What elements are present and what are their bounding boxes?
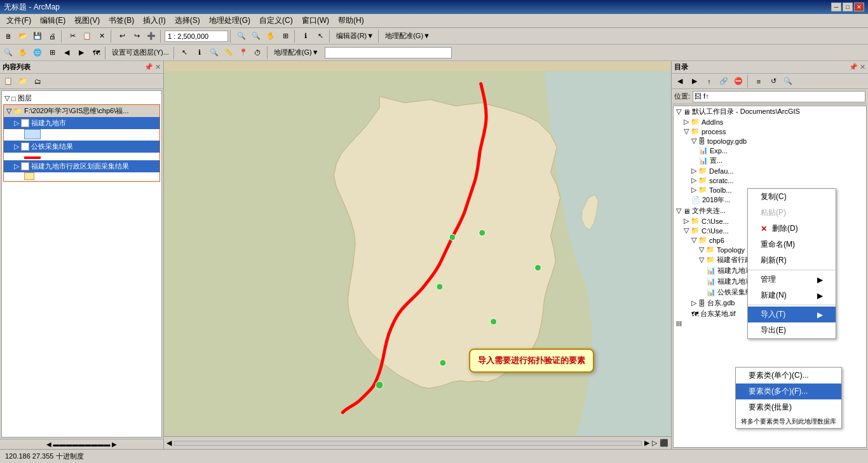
cat-set[interactable]: 📊 置... (674, 155, 866, 166)
menu-bookmark[interactable]: 书签(B) (105, 14, 138, 27)
ctx-import[interactable]: 导入(T) ▶ (748, 307, 836, 322)
import-batch[interactable]: 要素类(批量) (736, 399, 841, 415)
cat-expand-default[interactable]: ▽ (676, 107, 681, 116)
cat-expand-scratch[interactable]: ▷ (691, 176, 696, 184)
copy-button[interactable]: 📋 (80, 29, 94, 43)
expand-l1[interactable]: ▷ (14, 119, 19, 127)
cat-up[interactable]: ↑ (702, 74, 716, 88)
undo-button[interactable]: ↩ (115, 29, 129, 43)
cat-exp[interactable]: 📊 Exp... (674, 146, 866, 155)
layer-item-2[interactable]: ▷ 公铁采集结果 (4, 141, 159, 153)
cat-expand-addins[interactable]: ▷ (684, 118, 689, 126)
pan-button[interactable]: ✋ (264, 29, 278, 43)
map-bottom-btn2[interactable]: ▶ (644, 439, 649, 447)
cat-expand-toolb[interactable]: ▷ (691, 186, 696, 194)
menu-window[interactable]: 窗口(W) (298, 14, 333, 27)
lp-btn3[interactable]: 🗂 (31, 74, 44, 88)
expand-l2[interactable]: ▷ (14, 142, 19, 151)
search-tool[interactable]: 🔍 (207, 46, 221, 60)
tb2-btn6[interactable]: ▶ (74, 46, 88, 60)
full-extent-button[interactable]: ⊞ (278, 29, 292, 43)
geo-match-input[interactable] (325, 47, 452, 59)
cat-search[interactable]: 🔍 (781, 74, 795, 88)
maximize-button[interactable]: □ (843, 3, 853, 11)
expand-layers[interactable]: ▽ (4, 94, 10, 102)
ctx-refresh[interactable]: 刷新(R) (748, 252, 836, 268)
set-selectable-label[interactable]: 设置可选图层(Y)... (109, 48, 172, 57)
cat-default-dir[interactable]: ▽ 🖥 默认工作目录 - Documents\ArcGIS (674, 106, 866, 117)
import-multiple[interactable]: 要素类(多个)(F)... (736, 384, 841, 399)
menu-file[interactable]: 文件(F) (3, 14, 35, 27)
cat-default[interactable]: ▷ 📁 Defau... (674, 166, 866, 176)
lp-btn1[interactable]: 📋 (1, 74, 15, 88)
cat-addins[interactable]: ▷ 📁 AddIns (674, 117, 866, 127)
map-area[interactable]: 要素类(单个)(C)... 要素类(多个)(F)... 要素类(批量) 将多个要… (164, 61, 671, 449)
left-panel-pin[interactable]: 📌 ✕ (144, 63, 161, 71)
menu-geoprocessing[interactable]: 地理处理(G) (205, 14, 254, 27)
cat-expand-taitung[interactable]: ▷ (691, 299, 696, 307)
editor-label[interactable]: 编辑器(R)▼ (334, 31, 376, 41)
cat-expand-cuse1[interactable]: ▷ (684, 217, 689, 225)
tb2-btn1[interactable]: 🔍 (1, 46, 15, 60)
cat-connect[interactable]: 🔗 (717, 74, 731, 88)
cat-forward[interactable]: ▶ (688, 74, 702, 88)
tb2-btn2[interactable]: ✋ (16, 46, 30, 60)
zoom-out-button[interactable]: 🔍 (249, 29, 263, 43)
cat-expand-fujian[interactable]: ▽ (699, 256, 704, 264)
cat-scratch[interactable]: ▷ 📁 scratc... (674, 176, 866, 185)
select-button[interactable]: ↖ (313, 29, 327, 43)
cat-back[interactable]: ◀ (673, 74, 687, 88)
close-button[interactable]: ✕ (854, 3, 864, 11)
print-button[interactable]: 🖨 (45, 29, 59, 43)
menu-select[interactable]: 选择(S) (171, 14, 204, 27)
play-btn[interactable]: ▷ (652, 439, 657, 447)
ctx-paste[interactable]: 粘贴(P) (748, 205, 836, 221)
layer-item-1[interactable]: ▷ 福建九地市 (4, 117, 159, 129)
ctx-export[interactable]: 导出(E) (748, 322, 836, 338)
cat-expand-conn[interactable]: ▽ (676, 207, 681, 215)
go-to-xy[interactable]: 📍 (236, 46, 250, 60)
ctx-rename[interactable]: 重命名(M) (748, 237, 836, 252)
checkbox-l2[interactable] (21, 142, 29, 151)
cat-expand-cuse2[interactable]: ▽ (684, 226, 689, 235)
minimize-button[interactable]: ─ (831, 3, 841, 11)
zoom-in-button[interactable]: 🔍 (234, 29, 248, 43)
menu-customize[interactable]: 自定义(C) (255, 14, 297, 27)
cat-expand-process[interactable]: ▽ (684, 127, 689, 135)
cat-expand-chp6[interactable]: ▽ (691, 236, 696, 244)
cut-button[interactable]: ✂ (65, 29, 79, 43)
import-all-desc[interactable]: 将多个要素类导入到此地理数据库 (736, 415, 841, 428)
cat-disconnect[interactable]: ⛔ (731, 74, 745, 88)
add-data-button[interactable]: ➕ (144, 29, 158, 43)
redo-button[interactable]: ↪ (130, 29, 144, 43)
new-button[interactable]: 🗎 (1, 29, 15, 43)
measure-tool[interactable]: 📏 (222, 46, 236, 60)
checkbox-l3[interactable] (21, 162, 29, 170)
tb2-btn5[interactable]: ◀ (60, 46, 74, 60)
checkbox-l1[interactable] (21, 119, 29, 127)
delete-button[interactable]: ✕ (95, 29, 109, 43)
cat-expand-tgdb[interactable]: ▽ (691, 137, 696, 145)
cat-expand-default2[interactable]: ▷ (691, 167, 696, 175)
save-button[interactable]: 💾 (31, 29, 44, 43)
map-bottom-btn1[interactable]: ◀ (166, 439, 172, 447)
expand-group[interactable]: ▽ (6, 107, 11, 115)
scale-input[interactable] (165, 31, 228, 42)
left-panel-scroll[interactable]: ◀ ▬▬▬▬▬▬▬▬▬ ▶ (0, 439, 163, 449)
geomatch-label[interactable]: 地理配准(G)▼ (383, 31, 433, 41)
geo-match2[interactable]: 地理配准(G)▼ (271, 48, 322, 57)
menu-insert[interactable]: 插入(I) (139, 14, 169, 27)
lp-btn2[interactable]: 📁 (16, 74, 30, 88)
tb2-btn4[interactable]: ⊞ (45, 46, 59, 60)
tb2-btn3[interactable]: 🌐 (31, 46, 44, 60)
info-tool[interactable]: ℹ (193, 46, 207, 60)
cat-process[interactable]: ▽ 📁 process (674, 127, 866, 136)
arrow-tool[interactable]: ↖ (178, 46, 192, 60)
ctx-new[interactable]: 新建(N) ▶ (748, 287, 836, 303)
cat-topology-gdb[interactable]: ▽ 🗄 topology.gdb (674, 136, 866, 146)
cat-refresh[interactable]: ↺ (766, 74, 780, 88)
ctx-copy[interactable]: 复制(C) (748, 189, 836, 205)
right-panel-pin[interactable]: 📌 ✕ (849, 63, 865, 71)
expand-l3[interactable]: ▷ (14, 162, 19, 170)
cat-view[interactable]: ≡ (752, 74, 766, 88)
